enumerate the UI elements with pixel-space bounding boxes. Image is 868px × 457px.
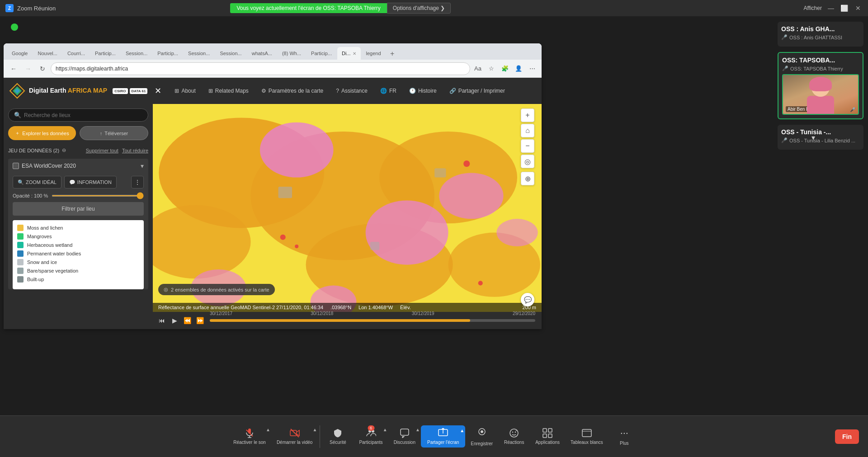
back-btn[interactable]: ← xyxy=(7,62,20,75)
home-btn[interactable]: ⌂ xyxy=(521,124,534,137)
browser-tab-di-active[interactable]: Di...✕ xyxy=(337,47,361,60)
share-arrow[interactable]: ▲ xyxy=(460,428,464,433)
browser-tab-4[interactable]: Particip... xyxy=(90,47,120,60)
timeline-bar[interactable]: 30/12/2017 30/12/2018 30/12/2019 29/12/2… xyxy=(210,319,535,322)
layer-more-btn[interactable]: ⋮ xyxy=(131,176,144,188)
svg-rect-18 xyxy=(370,242,379,250)
nav-link-settings[interactable]: ⚙ Paramètres de la carte xyxy=(255,85,329,97)
zoom-display-options-btn[interactable]: Options d'affichage ❯ xyxy=(387,3,451,14)
nav-link-share[interactable]: 🔗 Partager / Imprimer xyxy=(443,85,511,97)
nav-link-lang[interactable]: 🌐 FR xyxy=(374,85,402,97)
new-tab-btn[interactable]: + xyxy=(387,48,398,60)
camera-btn[interactable]: Démarrer la vidéo xyxy=(271,424,318,448)
browser-tab-particip2[interactable]: Particip... xyxy=(307,47,336,60)
close-btn[interactable]: ✕ xyxy=(854,5,863,12)
remove-all-btn[interactable]: Supprimer tout xyxy=(86,148,118,153)
sidebar-zoom-info: 🔍 ZOOM IDÉAL 💬 INFORMATION ⋮ xyxy=(8,173,148,191)
browser-tab-google[interactable]: Google xyxy=(7,47,32,60)
whiteboard-btn[interactable]: Tableaux blancs xyxy=(565,424,609,448)
discussion-icon xyxy=(400,428,410,438)
geolocate-btn[interactable]: ◎ xyxy=(521,155,534,168)
tab-close-icon[interactable]: ✕ xyxy=(353,51,356,56)
datasets-badge[interactable]: ◎ 2 ensembles de données activés sur la … xyxy=(158,284,275,295)
map-canvas[interactable]: + ⌂ − ◎ ⊕ 💬 ◎ 2 ensembles de données act… xyxy=(153,104,542,329)
participants-arrow[interactable]: ▲ xyxy=(383,427,387,432)
timeline-first-btn[interactable]: ⏮ xyxy=(157,317,166,324)
browser-tab-5[interactable]: Session... xyxy=(121,47,152,60)
camera-arrow[interactable]: ▲ xyxy=(312,427,317,432)
zoom-toolbar: Réactiver le son ▲ Démarrer la vidéo ▲ S… xyxy=(0,415,868,457)
information-btn[interactable]: 💬 INFORMATION xyxy=(64,176,117,188)
opacity-slider[interactable] xyxy=(52,195,144,197)
compass-btn[interactable]: ⊕ xyxy=(521,172,534,185)
end-meeting-btn[interactable]: Fin xyxy=(835,429,859,444)
more-icon: ··· xyxy=(620,427,628,439)
zoom-out-btn[interactable]: − xyxy=(521,139,534,153)
map-controls: + ⌂ − ◎ ⊕ xyxy=(521,108,534,185)
bookmark-btn[interactable]: ☆ xyxy=(486,63,497,75)
layer-dropdown-icon[interactable]: ▾ xyxy=(141,162,144,170)
more-btn[interactable]: ⋯ xyxy=(526,63,538,75)
share-screen-btn[interactable]: Partager l'écran xyxy=(421,425,465,448)
browser-tab-legend[interactable]: legend xyxy=(362,47,386,60)
search-input[interactable] xyxy=(24,112,142,118)
browser-chrome: Google Nouvel... Courri... Particip... S… xyxy=(4,43,542,78)
browser-tab-2[interactable]: Nouvel... xyxy=(33,47,61,60)
browser-tab-8[interactable]: Session... xyxy=(215,47,246,60)
filter-by-location-btn[interactable]: Filtrer par lieu xyxy=(13,202,144,216)
nav-link-history[interactable]: 🕐 Histoire xyxy=(403,85,443,97)
restore-btn[interactable]: ⬜ xyxy=(840,5,849,12)
camera-icon xyxy=(290,428,300,438)
dataset-header-text: JEU DE DONNÉES (2) xyxy=(8,148,59,153)
zoom-app-icon: Z xyxy=(5,4,14,12)
explore-data-btn[interactable]: ＋ Explorer les données xyxy=(8,126,76,140)
svg-point-22 xyxy=(478,281,483,285)
timeline-play-btn[interactable]: ▶ xyxy=(170,317,179,324)
toolbar-group-security: Sécurité xyxy=(322,424,354,448)
discussion-arrow[interactable]: ▲ xyxy=(415,427,420,432)
svg-rect-16 xyxy=(278,187,292,198)
read-mode-btn[interactable]: Aa xyxy=(472,63,484,75)
toolbar-group-more: ··· Plus xyxy=(609,424,640,449)
applications-icon xyxy=(542,428,552,438)
reduce-all-btn[interactable]: Tout réduire xyxy=(122,148,148,153)
applications-btn[interactable]: Applications xyxy=(530,424,565,448)
afficher-btn[interactable]: Afficher xyxy=(804,5,822,11)
browser-tab-whatsapp[interactable]: whatsA... xyxy=(247,47,277,60)
timeline-next-btn[interactable]: ⏩ xyxy=(195,317,204,324)
browser-tab-8wh[interactable]: (8) Wh... xyxy=(278,47,306,60)
timeline-prev-btn[interactable]: ⏪ xyxy=(183,317,192,324)
record-btn[interactable]: Enregistrer xyxy=(465,423,498,450)
map-visual xyxy=(153,104,542,329)
browser-tab-6[interactable]: Particip... xyxy=(153,47,183,60)
browser-tab-7[interactable]: Session... xyxy=(184,47,214,60)
account-btn[interactable]: 👤 xyxy=(513,63,524,75)
search-icon: 🔍 xyxy=(14,112,21,118)
mic-arrow[interactable]: ▲ xyxy=(266,427,270,432)
address-bar[interactable]: https://maps.digitalearth.africa xyxy=(51,62,470,75)
nav-link-assistance[interactable]: ? Assistance xyxy=(330,85,373,97)
upload-btn[interactable]: ↑ Téléverser xyxy=(80,126,148,140)
toolbar-group-camera: Démarrer la vidéo ▲ xyxy=(271,424,318,448)
browser-tab-3[interactable]: Courri... xyxy=(63,47,90,60)
chevron-down-icon[interactable]: ▾ xyxy=(773,133,856,142)
reload-btn[interactable]: ↻ xyxy=(36,62,49,75)
participant-name-tapsoba: OSS: TAPSOBA... xyxy=(782,57,859,64)
extensions-btn[interactable]: 🧩 xyxy=(499,63,511,75)
zoom-in-btn[interactable]: + xyxy=(521,108,534,122)
more-toolbar-btn[interactable]: ··· Plus xyxy=(614,424,634,449)
nav-link-about[interactable]: ⊞ About xyxy=(169,85,201,97)
minimize-btn[interactable]: — xyxy=(826,5,835,12)
svg-rect-17 xyxy=(434,168,446,177)
mic-btn[interactable]: Réactiver le son xyxy=(228,424,271,448)
map-logo-area: Digital Earth AFRICA MAP CSIRO DATA 61 xyxy=(9,83,147,99)
map-chat-btn[interactable]: 💬 xyxy=(521,293,534,306)
reactions-btn[interactable]: Réactions xyxy=(499,424,529,448)
legend-item-buildup: Built-up xyxy=(17,276,139,283)
zoom-share-banner: Vous voyez actuellement l'écran de OSS: … xyxy=(230,3,451,14)
nav-link-related-maps[interactable]: ⊞ Related Maps xyxy=(203,85,255,97)
toolbar-group-applications: Applications xyxy=(530,424,565,448)
map-nav-close-btn[interactable]: ✕ xyxy=(155,86,161,96)
zoom-ideal-btn[interactable]: 🔍 ZOOM IDÉAL xyxy=(13,176,61,188)
security-btn[interactable]: Sécurité xyxy=(324,424,352,448)
